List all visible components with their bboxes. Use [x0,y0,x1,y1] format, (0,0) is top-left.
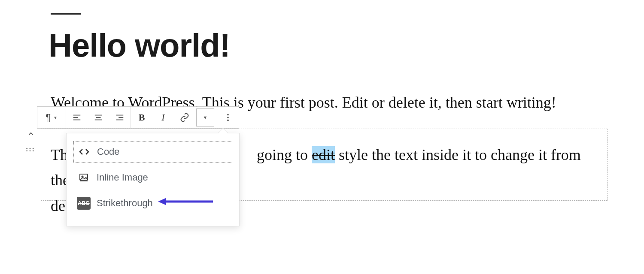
link-icon [180,113,189,122]
kebab-icon [223,113,233,122]
chevron-down-icon: ▼ [53,115,58,120]
dropdown-item-strikethrough[interactable]: ABC Strikethrough [73,193,232,214]
dropdown-item-label: Strikethrough [97,198,153,209]
align-center-icon [94,113,103,122]
svg-point-12 [26,148,27,149]
bold-button[interactable]: B [131,107,152,128]
svg-point-10 [227,117,229,118]
align-center-button[interactable] [88,107,109,128]
block-toolbar: ¶ ▼ B I ▼ [37,106,239,129]
more-options-button[interactable] [217,107,239,128]
para2-fragment-1: going to [257,146,312,163]
svg-point-15 [26,150,27,151]
strikethrough-icon: ABC [77,197,91,210]
drag-dots-icon [25,147,35,152]
dropdown-item-label: Code [97,146,120,157]
paragraph-icon: ¶ [46,112,51,123]
drag-handle[interactable] [24,146,36,154]
link-button[interactable] [174,107,195,128]
block-type-paragraph-button[interactable]: ¶ ▼ [37,107,66,128]
chevron-down-icon: ▼ [203,115,208,120]
align-right-button[interactable] [109,107,131,128]
align-left-icon [72,113,82,122]
formatting-dropdown: Code Inline Image ABC Strikethrough [66,133,240,226]
svg-point-9 [227,114,229,116]
post-title[interactable]: Hello world! [49,27,230,64]
italic-button[interactable]: I [152,107,174,128]
svg-point-13 [30,148,31,149]
svg-point-16 [30,150,31,151]
move-block-up-button[interactable] [25,128,37,140]
chevron-up-icon [27,130,35,138]
para2-highlighted-word: edit [312,146,335,163]
svg-point-11 [227,120,229,121]
code-icon [77,145,91,158]
svg-point-14 [33,148,34,149]
align-left-button[interactable] [66,107,88,128]
align-right-icon [115,113,125,122]
image-icon [77,171,91,184]
more-formatting-dropdown[interactable]: ▼ [196,108,214,126]
dropdown-item-inline-image[interactable]: Inline Image [73,167,232,188]
para2-fragment-hidden: Th [51,146,68,163]
svg-point-17 [33,150,34,151]
dropdown-item-label: Inline Image [97,172,148,183]
dropdown-item-code[interactable]: Code [73,141,232,163]
title-rule [51,13,81,15]
para2-line2: de [51,197,65,214]
